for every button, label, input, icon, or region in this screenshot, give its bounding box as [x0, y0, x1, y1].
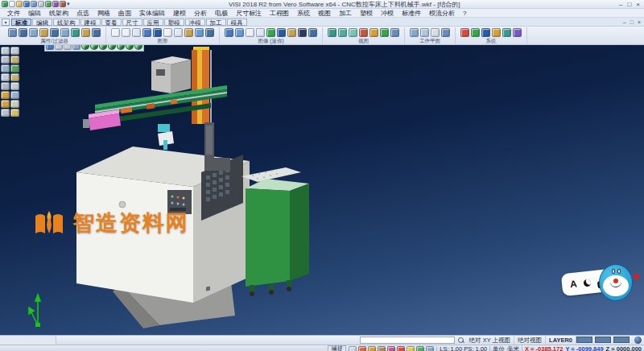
menu-item[interactable]: 网格: [93, 9, 114, 18]
iso-view-icon[interactable]: [134, 45, 142, 50]
menu-item[interactable]: 冲模: [377, 9, 398, 18]
vertical-slide-arm[interactable]: [204, 122, 230, 171]
menu-item[interactable]: 分析: [190, 9, 211, 18]
rotate-view-icon[interactable]: [72, 45, 80, 50]
grid-toggle-icon[interactable]: [349, 346, 357, 351]
menu-item[interactable]: 曲面: [114, 9, 135, 18]
electrical-cabinet[interactable]: [242, 167, 309, 296]
toolbar-tab[interactable]: 尺寸: [122, 19, 142, 26]
menu-item[interactable]: 文件: [3, 9, 24, 18]
snap-toggle[interactable]: 捕捉: [328, 345, 346, 351]
image-tool-icon[interactable]: [287, 28, 296, 37]
system-tool-icon[interactable]: [492, 28, 501, 37]
save-all-icon[interactable]: [31, 1, 37, 7]
view-tool-icon[interactable]: [359, 28, 368, 37]
toolbar-tab[interactable]: 线架构: [53, 19, 80, 26]
workplane-icon[interactable]: [441, 28, 450, 37]
image-tool-icon[interactable]: [308, 28, 317, 37]
active-layer-label[interactable]: LAYER0: [546, 336, 576, 345]
snap-center-icon[interactable]: [378, 346, 386, 351]
menu-item[interactable]: 系统: [293, 9, 314, 18]
graphics-tool-icon[interactable]: [111, 28, 120, 37]
graphics-tool-icon[interactable]: [184, 28, 193, 37]
delete-icon[interactable]: [60, 1, 66, 7]
image-tool-icon[interactable]: [225, 28, 233, 37]
zoom-window-icon[interactable]: [64, 45, 72, 50]
toolbar-tab[interactable]: 冲模: [185, 19, 205, 26]
menu-item[interactable]: 塑模: [356, 9, 377, 18]
bottom-view-icon[interactable]: [126, 45, 134, 50]
scale-icon[interactable]: [1, 82, 10, 90]
menu-item[interactable]: 模流分析: [425, 9, 459, 18]
wcs-icon[interactable]: [426, 346, 434, 351]
ungroup-icon[interactable]: [1, 100, 10, 108]
left-view-icon[interactable]: [108, 45, 116, 50]
properties-icon[interactable]: [8, 28, 17, 37]
3d-model-cnc-machine[interactable]: [0, 45, 644, 335]
app-icon[interactable]: [2, 1, 8, 7]
group-icon[interactable]: [10, 91, 19, 99]
image-tool-icon[interactable]: [256, 28, 265, 37]
system-tool-icon[interactable]: [502, 28, 511, 37]
toolbar-tab[interactable]: 标准: [11, 19, 31, 26]
search-icon[interactable]: [458, 337, 464, 344]
maximize-button[interactable]: □: [627, 1, 631, 8]
graphics-tool-icon[interactable]: [174, 28, 183, 37]
menu-item[interactable]: 工程图: [266, 9, 293, 18]
mirror-icon[interactable]: [1, 73, 10, 81]
layer-filter-icon[interactable]: [39, 28, 48, 37]
menu-item[interactable]: 建模: [169, 9, 190, 18]
menu-item[interactable]: 线架构: [45, 9, 72, 18]
box-select-icon[interactable]: [1, 56, 10, 64]
view-mode-label[interactable]: 绝对视图: [514, 336, 546, 345]
graphics-tool-icon[interactable]: [205, 28, 214, 37]
menu-item[interactable]: ?: [459, 9, 470, 18]
redo-icon[interactable]: [52, 1, 59, 7]
right-view-icon[interactable]: [99, 45, 107, 50]
color-swatch[interactable]: [595, 337, 611, 343]
system-tool-icon[interactable]: [471, 28, 480, 37]
measure-icon[interactable]: [10, 82, 19, 90]
mdi-close-button[interactable]: ×: [638, 19, 641, 26]
toolbar-options-icon[interactable]: ▾: [2, 19, 10, 26]
menu-item[interactable]: 加工: [335, 9, 356, 18]
workplane-icon[interactable]: [420, 28, 429, 37]
toolbar-tab[interactable]: 应用: [143, 19, 163, 26]
render-mode-icon[interactable]: [634, 337, 642, 344]
toolbar-tab[interactable]: 建模: [80, 19, 101, 26]
rotate-icon[interactable]: [10, 73, 19, 81]
layers-icon[interactable]: [1, 91, 10, 99]
view-tool-icon[interactable]: [380, 28, 389, 37]
image-tool-icon[interactable]: [277, 28, 286, 37]
zoom-fit-icon[interactable]: [46, 45, 54, 50]
mdi-restore-button[interactable]: □: [630, 19, 634, 26]
menu-item[interactable]: 编辑: [24, 9, 45, 18]
menu-item[interactable]: 电极: [211, 9, 232, 18]
mask-icon[interactable]: [60, 28, 69, 37]
snap-end-icon[interactable]: [407, 346, 415, 351]
machine-control-panel[interactable]: [167, 190, 192, 214]
image-tool-icon[interactable]: [298, 28, 307, 37]
gantry-top-housing[interactable]: [151, 56, 191, 93]
gantry-mast[interactable]: [192, 47, 212, 124]
copy-icon[interactable]: [10, 64, 19, 72]
toolbar-tab[interactable]: 查看: [101, 19, 122, 26]
front-view-icon[interactable]: [90, 45, 98, 50]
view-tool-icon[interactable]: [349, 28, 357, 37]
filter-icon[interactable]: [19, 28, 27, 37]
image-tool-icon[interactable]: [266, 28, 275, 37]
color-swatch[interactable]: [576, 337, 592, 343]
menu-item[interactable]: 视图: [314, 9, 335, 18]
menu-item[interactable]: 点选: [72, 9, 93, 18]
undo-icon[interactable]: [45, 1, 52, 7]
system-tool-icon[interactable]: [481, 28, 490, 37]
snap-intersect-icon[interactable]: [387, 346, 395, 351]
show-icon[interactable]: [10, 109, 19, 117]
back-view-icon[interactable]: [117, 45, 125, 50]
select-filter-icon[interactable]: [71, 28, 80, 37]
menu-item[interactable]: 实体编辑: [135, 9, 169, 18]
hide-icon[interactable]: [1, 109, 10, 117]
workplane-icon[interactable]: [410, 28, 419, 37]
image-tool-icon[interactable]: [235, 28, 244, 37]
view-tool-icon[interactable]: [338, 28, 347, 37]
